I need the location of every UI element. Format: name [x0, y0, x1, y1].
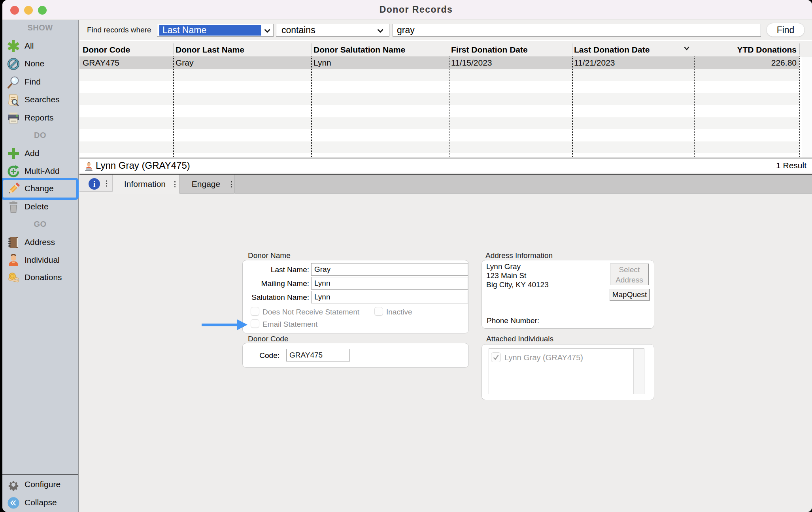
svg-text:i: i: [93, 180, 96, 188]
